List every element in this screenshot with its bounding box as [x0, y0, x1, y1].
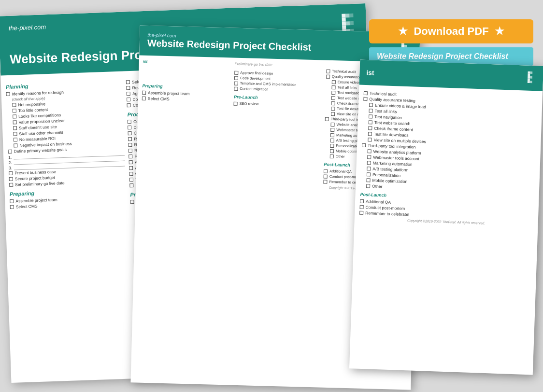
svg-rect-6: [346, 21, 350, 25]
svg-rect-27: [530, 81, 532, 83]
svg-rect-7: [350, 21, 354, 25]
mid-cms: Select CMS: [142, 96, 231, 103]
download-label: Download PDF: [414, 25, 488, 37]
mid-col1: ist Preparing Assemble project team Sele…: [140, 59, 232, 187]
mid-col2: Preliminary go live date Approve final d…: [231, 62, 324, 189]
site-url: the-pixel.com: [9, 23, 46, 32]
svg-rect-25: [528, 78, 530, 81]
svg-rect-24: [530, 76, 532, 79]
svg-rect-22: [528, 74, 530, 76]
svg-rect-20: [528, 71, 530, 74]
scene: the-pixel.com Website Redesign Project: [0, 0, 543, 392]
col-planning: Planning Identify reasons for redesign (…: [6, 76, 127, 214]
mid-prelim: Preliminary go live date: [235, 62, 324, 69]
svg-rect-23: [528, 76, 530, 78]
svg-rect-26: [528, 81, 530, 83]
front-body: Technical audit Quality assurance testin…: [354, 85, 543, 230]
svg-rect-3: [342, 17, 346, 21]
front-logo-icon: [519, 70, 537, 86]
svg-rect-0: [342, 14, 345, 17]
mid-preparing: Preparing: [142, 84, 231, 91]
svg-rect-2: [349, 14, 353, 17]
mid-seo: SEO review: [234, 101, 323, 108]
right-panel: Download PDF Website Redesign Project Ch…: [369, 19, 533, 66]
front-document: ist Technical audit Quality assurance te…: [349, 60, 543, 375]
svg-rect-5: [342, 25, 346, 29]
mid-prelaunch: Pre-Launch: [234, 95, 323, 102]
svg-rect-1: [345, 14, 349, 17]
front-title: ist: [366, 69, 374, 77]
svg-rect-4: [342, 21, 346, 25]
download-button[interactable]: Download PDF: [369, 19, 533, 43]
svg-rect-21: [530, 71, 532, 74]
